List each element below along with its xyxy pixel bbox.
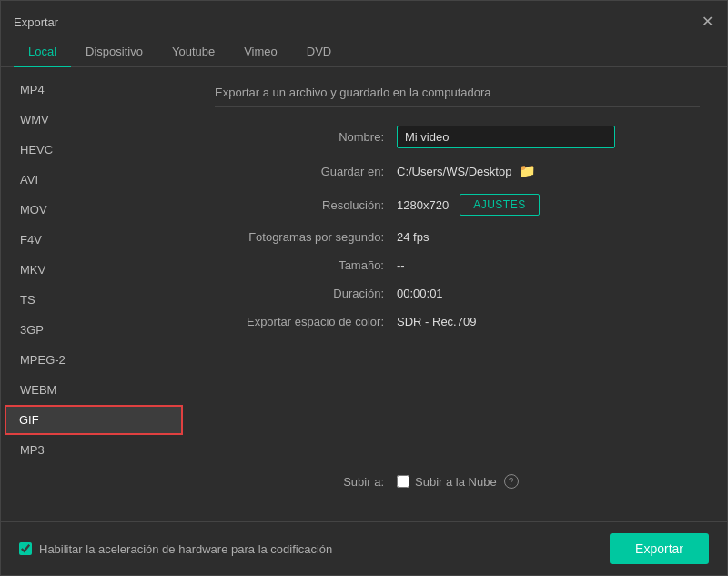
path-value: C:/Users/WS/Desktop — [397, 165, 511, 178]
resolucion-row: Resolución: 1280x720 AJUSTES — [215, 194, 700, 216]
fotogramas-label: Fotogramas por segundo: — [215, 230, 397, 244]
nombre-row: Nombre: — [215, 126, 700, 148]
close-button[interactable]: ✕ — [700, 15, 714, 29]
color-value: SDR - Rec.709 — [397, 315, 476, 328]
tamano-value: -- — [397, 258, 405, 272]
path-container: C:/Users/WS/Desktop 📁 — [397, 163, 536, 179]
sidebar-item-ts[interactable]: TS — [1, 285, 187, 315]
subir-nube-label[interactable]: Subir a la Nube — [397, 475, 497, 489]
tab-dispositivo[interactable]: Dispositivo — [71, 37, 157, 67]
dialog-title: Exportar — [14, 15, 58, 29]
duracion-label: Duración: — [215, 287, 397, 300]
guardar-label: Guardar en: — [215, 165, 397, 178]
section-title: Exportar a un archivo y guardarlo en la … — [215, 86, 700, 107]
sidebar-item-mov[interactable]: MOV — [1, 195, 187, 225]
title-bar: Exportar ✕ — [1, 1, 727, 34]
sidebar-item-f4v[interactable]: F4V — [1, 225, 187, 255]
upload-container: Subir a la Nube ? — [397, 474, 519, 489]
tab-dvd[interactable]: DVD — [292, 37, 346, 67]
subir-row: Subir a: Subir a la Nube ? — [215, 474, 700, 489]
tamano-row: Tamaño: -- — [215, 258, 700, 272]
ajustes-button[interactable]: AJUSTES — [460, 194, 540, 216]
sidebar-item-gif[interactable]: GIF — [5, 405, 183, 435]
sidebar-item-mp3[interactable]: MP3 — [1, 435, 187, 465]
tab-youtube[interactable]: Youtube — [157, 37, 229, 67]
hw-accel-checkbox[interactable] — [19, 542, 32, 555]
subir-label: Subir a: — [215, 475, 397, 489]
fotogramas-value: 24 fps — [397, 230, 429, 244]
sidebar-item-webm[interactable]: WEBM — [1, 375, 187, 405]
tab-local[interactable]: Local — [14, 37, 71, 67]
bottom-bar: Habilitar la aceleración de hardware par… — [1, 521, 727, 575]
main-content: MP4 WMV HEVC AVI MOV F4V MKV TS 3GP MPEG… — [1, 67, 727, 521]
export-dialog: Exportar ✕ Local Dispositivo Youtube Vim… — [0, 0, 728, 576]
nombre-input[interactable] — [397, 126, 615, 148]
hw-accel-label[interactable]: Habilitar la aceleración de hardware par… — [39, 542, 332, 556]
sidebar-item-wmv[interactable]: WMV — [1, 105, 187, 135]
tab-vimeo[interactable]: Vimeo — [229, 37, 292, 67]
sidebar-item-hevc[interactable]: HEVC — [1, 135, 187, 165]
color-row: Exportar espacio de color: SDR - Rec.709 — [215, 315, 700, 328]
sidebar-item-3gp[interactable]: 3GP — [1, 315, 187, 345]
format-sidebar: MP4 WMV HEVC AVI MOV F4V MKV TS 3GP MPEG… — [1, 67, 187, 521]
sidebar-item-mp4[interactable]: MP4 — [1, 75, 187, 105]
duracion-row: Duración: 00:00:01 — [215, 287, 700, 300]
hw-accel-row: Habilitar la aceleración de hardware par… — [19, 542, 332, 556]
help-icon[interactable]: ? — [504, 474, 519, 489]
color-label: Exportar espacio de color: — [215, 315, 397, 328]
tab-bar: Local Dispositivo Youtube Vimeo DVD — [1, 37, 727, 67]
resolution-container: 1280x720 AJUSTES — [397, 194, 540, 216]
settings-panel: Exportar a un archivo y guardarlo en la … — [187, 67, 727, 521]
sidebar-item-mkv[interactable]: MKV — [1, 255, 187, 285]
tamano-label: Tamaño: — [215, 258, 397, 272]
subir-nube-text: Subir a la Nube — [415, 475, 497, 489]
resolucion-label: Resolución: — [215, 198, 397, 212]
sidebar-item-mpeg2[interactable]: MPEG-2 — [1, 345, 187, 375]
fotogramas-row: Fotogramas por segundo: 24 fps — [215, 230, 700, 244]
guardar-row: Guardar en: C:/Users/WS/Desktop 📁 — [215, 163, 700, 179]
export-button[interactable]: Exportar — [610, 533, 709, 564]
folder-icon[interactable]: 📁 — [519, 163, 536, 179]
duracion-value: 00:00:01 — [397, 287, 443, 300]
nombre-label: Nombre: — [215, 130, 397, 144]
resolucion-value: 1280x720 — [397, 198, 449, 212]
subir-nube-checkbox[interactable] — [397, 475, 410, 488]
sidebar-item-avi[interactable]: AVI — [1, 165, 187, 195]
